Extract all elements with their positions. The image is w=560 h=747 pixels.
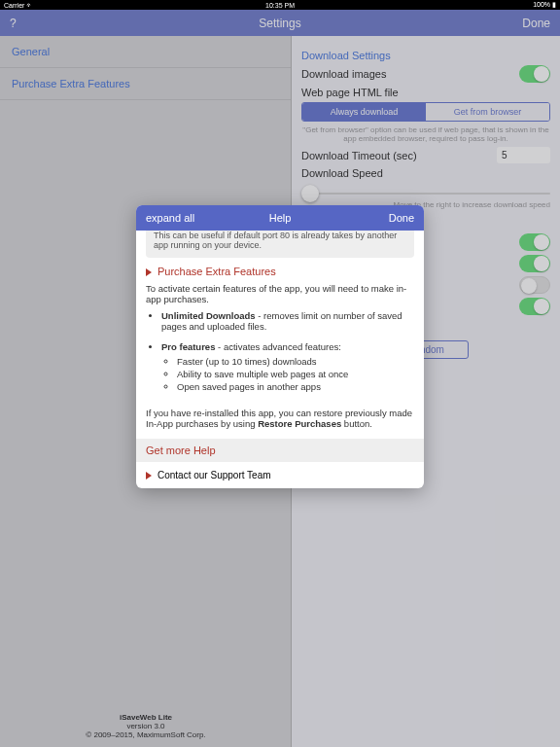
prev-section-text: This can be useful if default port 80 is… <box>146 231 414 258</box>
feature-unlimited: Unlimited Downloads - removes limit on n… <box>161 310 414 332</box>
restore-text: If you have re-installed this app, you c… <box>146 408 414 429</box>
feature-pro: Pro features - activates advanced featur… <box>161 341 414 392</box>
clock: 10:35 PM <box>265 2 295 9</box>
contact-row[interactable]: Contact our Support Team <box>136 462 424 488</box>
pro-f3: Open saved pages in another apps <box>177 381 414 392</box>
pro-f1: Faster (up to 10 times) downloads <box>177 356 414 367</box>
status-bar: Carrier ᯤ 10:35 PM 100% ▮ <box>0 0 560 10</box>
help-navbar: expand all Help Done <box>136 205 424 231</box>
triangle-icon <box>146 268 152 276</box>
expand-all-button[interactable]: expand all <box>146 212 194 224</box>
battery: 100% ▮ <box>533 1 556 9</box>
get-more-help-header: Get more Help <box>136 439 424 462</box>
carrier: Carrier ᯤ <box>4 2 33 9</box>
pro-f2: Ability to save multiple web pages at on… <box>177 369 414 379</box>
purchase-intro: To activate certain features of the app,… <box>146 283 414 304</box>
help-modal: expand all Help Done This can be useful … <box>136 205 424 488</box>
triangle-icon <box>146 472 152 480</box>
purchase-header[interactable]: Purchase Extra Features <box>146 266 414 277</box>
section-purchase: Purchase Extra Features To activate cert… <box>136 266 424 429</box>
help-done-button[interactable]: Done <box>389 212 414 224</box>
help-body: This can be useful if default port 80 is… <box>136 231 424 488</box>
help-title: Help <box>269 212 292 224</box>
